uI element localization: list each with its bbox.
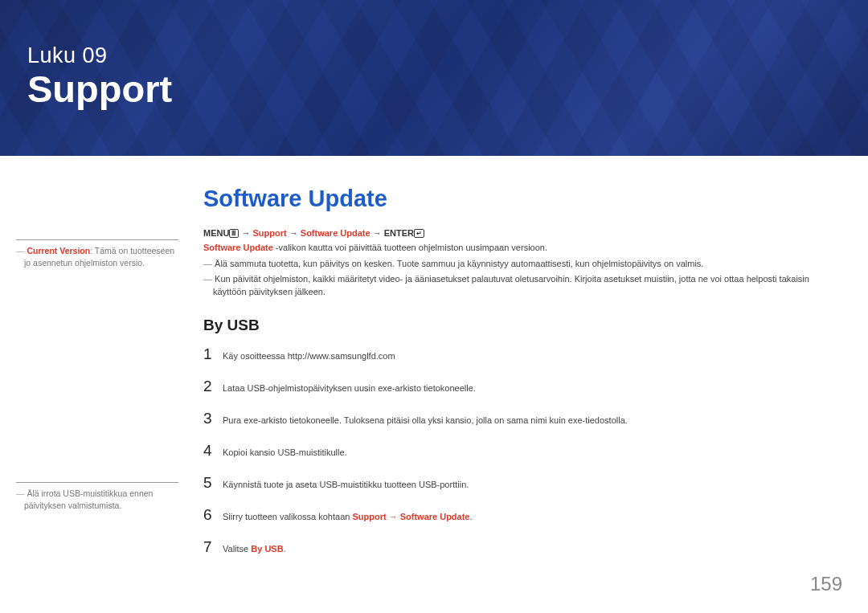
- sidebar-text: Current Version: Tämä on tuotteeseen jo …: [16, 245, 178, 268]
- step-text: Siirry tuotteen valikossa kohtaan Suppor…: [223, 511, 473, 524]
- sidebar-note-2: Älä irrota USB-muistitikkua ennen päivit…: [16, 482, 178, 511]
- step-number: 6: [203, 506, 223, 524]
- intro-strong: Software Update: [203, 243, 273, 252]
- step-item: 6 Siirry tuotteen valikossa kohtaan Supp…: [203, 506, 868, 524]
- sidebar-note-1: Current Version: Tämä on tuotteeseen jo …: [16, 239, 178, 283]
- page-number: 159: [810, 573, 842, 595]
- step-text: Kopioi kansio USB-muistitikulle.: [223, 447, 347, 460]
- step-pre: Valitse: [223, 544, 251, 554]
- menu-prefix: MENU: [203, 228, 229, 238]
- step-pre: Siirry tuotteen valikossa kohtaan: [223, 512, 352, 521]
- step-number: 7: [203, 538, 223, 556]
- step-item: 5 Käynnistä tuote ja aseta USB-muistitik…: [203, 474, 868, 492]
- step-number: 2: [203, 378, 223, 395]
- step-post: .: [284, 544, 286, 554]
- divider: [16, 482, 178, 483]
- enter-icon: ↵: [414, 229, 424, 238]
- step-number: 1: [203, 345, 223, 363]
- step-text: Valitse By USB.: [223, 543, 286, 556]
- steps-list: 1 Käy osoitteessa http://www.samsunglfd.…: [203, 345, 868, 556]
- step-text: Pura exe-arkisto tietokoneelle. Tuloksen…: [223, 415, 628, 427]
- step-item: 7 Valitse By USB.: [203, 538, 868, 556]
- dash-item: Kun päivität ohjelmiston, kaikki määrite…: [203, 273, 842, 299]
- step-text: Käy osoitteessa http://www.samsunglfd.co…: [223, 350, 395, 363]
- step-post: .: [469, 512, 472, 521]
- step-text: Lataa USB-ohjelmistopäivityksen uusin ex…: [223, 382, 476, 395]
- step-item: 1 Käy osoitteessa http://www.samsunglfd.…: [203, 345, 868, 363]
- step-text: Käynnistä tuote ja aseta USB-muistitikku…: [223, 479, 469, 492]
- chapter-label: Luku 09: [27, 43, 868, 68]
- step-accent: By USB: [251, 544, 283, 554]
- step-number: 5: [203, 474, 223, 492]
- dash-list: Älä sammuta tuotetta, kun päivitys on ke…: [203, 258, 842, 299]
- menu-path: MENUⅢ → Support → Software Update → ENTE…: [203, 228, 868, 238]
- divider: [16, 239, 178, 240]
- enter-prefix: ENTER: [384, 228, 414, 238]
- menu-icon: Ⅲ: [229, 229, 239, 238]
- subheading-by-usb: By USB: [203, 317, 868, 334]
- step-item: 3 Pura exe-arkisto tietokoneelle. Tuloks…: [203, 410, 868, 427]
- step-number: 3: [203, 410, 223, 427]
- sidebar-accent: Current Version: [27, 246, 90, 255]
- arrow-icon: →: [371, 228, 384, 238]
- chapter-banner: Luku 09 Support: [0, 0, 868, 156]
- intro-text: Software Update -valikon kautta voi päiv…: [203, 242, 838, 255]
- path-software-update: Software Update: [301, 228, 371, 238]
- step-accent: Support → Software Update: [352, 512, 469, 521]
- arrow-icon: →: [239, 228, 252, 238]
- sidebar-text: Älä irrota USB-muistitikkua ennen päivit…: [16, 488, 178, 511]
- arrow-icon: →: [287, 228, 301, 238]
- step-number: 4: [203, 442, 223, 460]
- chapter-title: Support: [27, 67, 868, 111]
- step-item: 2 Lataa USB-ohjelmistopäivityksen uusin …: [203, 378, 868, 395]
- path-support: Support: [253, 228, 287, 238]
- intro-rest: -valikon kautta voi päivittää tuotteen o…: [273, 243, 547, 252]
- dash-item: Älä sammuta tuotetta, kun päivitys on ke…: [203, 258, 842, 271]
- section-title: Software Update: [203, 186, 868, 212]
- step-item: 4 Kopioi kansio USB-muistitikulle.: [203, 442, 868, 460]
